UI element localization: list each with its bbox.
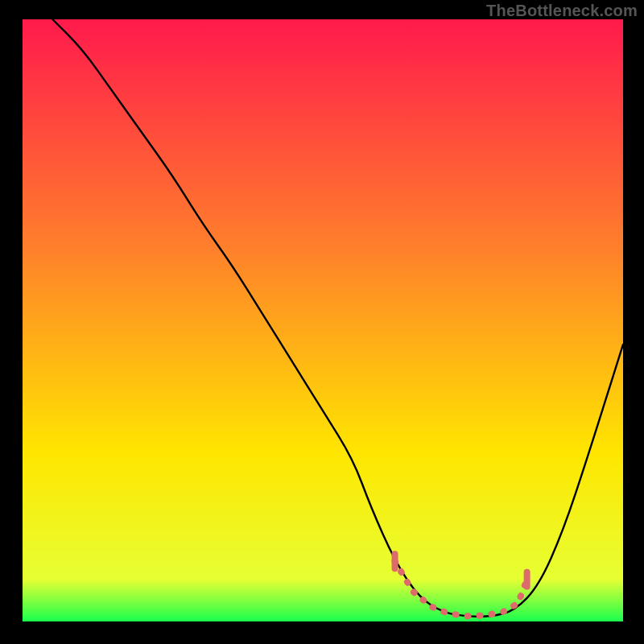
- figure: { "watermark": "TheBottleneck.com", "cha…: [0, 0, 644, 644]
- watermark-text: TheBottleneck.com: [486, 2, 638, 20]
- plot-background: [23, 19, 623, 621]
- plot-svg: [0, 0, 644, 644]
